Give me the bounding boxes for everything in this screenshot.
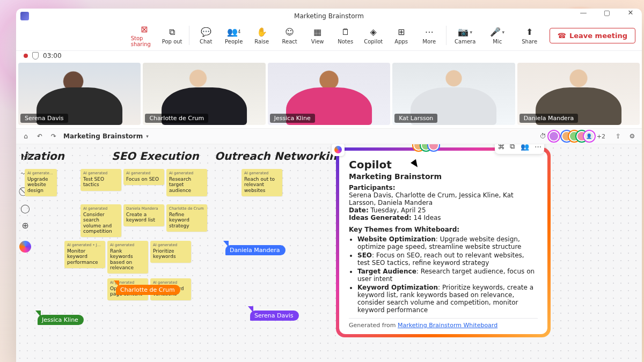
avatar[interactable] <box>548 131 559 142</box>
leave-meeting-button[interactable]: ☎ Leave meeting <box>550 28 635 43</box>
privacy-shield-icon <box>32 52 39 60</box>
user-cursor: Serena Davis <box>250 311 299 321</box>
sticky-note[interactable]: Charlotte de CrumRefine keyword strategy <box>166 204 207 232</box>
participant-name: Kat Larsson <box>394 114 437 123</box>
share-icon: ⬆ <box>524 27 535 38</box>
home-icon[interactable]: ⌂ <box>21 132 30 141</box>
window-title: Marketing Brainstorm <box>294 12 364 20</box>
overflow-count[interactable]: +2 <box>597 133 605 140</box>
chevron-down-icon: ▾ <box>502 29 504 35</box>
more-icon: ⋯ <box>424 27 435 38</box>
card-action-bar: ⌘ ⧉ 👥 ⋯ <box>495 144 544 154</box>
copilot-subheading: Marketing Brainstorm <box>349 172 538 181</box>
settings-icon[interactable]: ⚙ <box>628 132 636 141</box>
video-tile[interactable]: Serena Davis <box>18 63 141 125</box>
whiteboard-title[interactable]: Marketing Brainstorm ▾ <box>63 132 149 140</box>
user-cursor: Charlotte de Crum <box>116 285 180 295</box>
app-window: Marketing Brainstorm — ▢ ✕ ⊠ Stop sharin… <box>16 9 642 362</box>
sticky-note[interactable]: AI generated • Jessica KlineMonitor keyw… <box>64 241 105 268</box>
participant-name: Charlotte de Crum <box>145 114 208 123</box>
stop-sharing-button[interactable]: ⊠ Stop sharing <box>131 24 158 47</box>
meeting-toolbar: ⊠ Stop sharing ⧉ Pop out 💬 Chat 👥4 Peopl… <box>16 24 642 51</box>
close-button[interactable]: ✕ <box>623 9 639 17</box>
sticky-note[interactable]: AI generatedRank keywords based on relev… <box>107 241 148 274</box>
column-title: Outreach Networking <box>215 150 344 162</box>
chat-icon: 💬 <box>201 27 211 38</box>
presence-avatars: ⏱ 👤 +2 <box>539 131 605 142</box>
video-strip: Serena Davis Charlotte de Crum Jessica K… <box>16 63 642 128</box>
people-action-icon[interactable]: 👥 <box>521 144 529 151</box>
camera-button[interactable]: 📷▾ Camera <box>450 27 481 45</box>
video-tile[interactable]: Daniela Mandera <box>517 63 640 125</box>
raise-hand-icon: ✋ <box>257 27 267 38</box>
grid-action-icon[interactable]: ⌘ <box>497 144 504 151</box>
copilot-participants: Serena Davis, Charlotte de Crum, Jessica… <box>349 191 538 206</box>
notes-button[interactable]: 🗒 Notes <box>332 27 359 45</box>
camera-icon: 📷 <box>458 27 469 38</box>
sticky-note[interactable]: Daniela ManderaCreate a keyword list <box>123 204 164 226</box>
user-cursor: Daniela Mandera <box>225 245 286 255</box>
chat-button[interactable]: 💬 Chat <box>193 27 219 45</box>
sticky-note[interactable]: AI generatedReach out to relevant websit… <box>241 169 282 196</box>
pop-out-icon: ⧉ <box>167 27 178 38</box>
column-title: SEO Execution <box>112 150 199 162</box>
sticky-note[interactable]: AI generatedConsider search volume and c… <box>80 204 121 237</box>
chevron-down-icon: ▾ <box>470 29 472 35</box>
titlebar: Marketing Brainstorm — ▢ ✕ <box>16 9 642 24</box>
mic-icon: 🎤 <box>490 27 501 38</box>
comment-tool-icon[interactable]: ◯ <box>19 202 31 214</box>
themes-heading: Key Themes from Whiteboard: <box>349 226 538 233</box>
record-dot-icon <box>24 54 28 58</box>
undo-icon[interactable]: ↶ <box>35 132 44 141</box>
meeting-timer: 03:00 <box>43 52 62 60</box>
video-tile[interactable]: Jessica Kline <box>268 63 390 125</box>
notes-icon: 🗒 <box>340 27 351 38</box>
recording-row: 03:00 <box>16 51 642 63</box>
pop-out-button[interactable]: ⧉ Pop out <box>159 27 186 45</box>
whiteboard-header: ⌂ ↶ ↷ Marketing Brainstorm ▾ ⏱ 👤 +2 ⇪ ⚙ <box>16 128 642 144</box>
sticky-note[interactable]: AI generatedResearch target audience <box>166 169 207 196</box>
copilot-heading: Copilot <box>349 158 538 171</box>
people-icon: 👥4 <box>229 27 239 38</box>
whiteboard-canvas[interactable]: ⮰ 〰 ⃠ ◯ ⊕ Optimization SEO Execution Out… <box>16 144 642 362</box>
more-action-icon[interactable]: ⋯ <box>535 144 541 151</box>
add-tool-icon[interactable]: ⊕ <box>19 219 31 231</box>
view-button[interactable]: ▦ View <box>304 27 331 45</box>
raise-hand-button[interactable]: ✋ Raise <box>248 27 275 45</box>
more-button[interactable]: ⋯ More <box>416 27 443 45</box>
column-title: Optimization <box>21 150 64 162</box>
user-cursor: Jessica Kline <box>38 315 84 325</box>
sticky-note[interactable]: AI generatedPrioritize keywords <box>150 241 191 263</box>
participant-name: Jessica Kline <box>270 114 315 123</box>
share-out-icon[interactable]: ⇪ <box>614 132 623 141</box>
copilot-summary-card[interactable]: ⌘ ⧉ 👥 ⋯ Copilot Marketing Brainstorm Par… <box>336 147 551 337</box>
copilot-tool-icon[interactable] <box>19 241 31 253</box>
apps-button[interactable]: ⊞ Apps <box>388 27 415 45</box>
stop-sharing-icon: ⊠ <box>139 24 150 34</box>
video-tile[interactable]: Charlotte de Crum <box>143 63 265 125</box>
copilot-chip-icon <box>332 144 345 156</box>
hangup-icon: ☎ <box>558 32 566 40</box>
redo-icon[interactable]: ↷ <box>49 132 58 141</box>
timer-icon[interactable]: ⏱ <box>539 132 547 141</box>
react-icon: ☺ <box>284 27 295 38</box>
mic-button[interactable]: 🎤▾ Mic <box>482 27 513 45</box>
people-button[interactable]: 👥4 People <box>221 27 247 45</box>
copy-action-icon[interactable]: ⧉ <box>510 144 515 151</box>
participant-name: Serena Davis <box>20 114 68 123</box>
avatar <box>428 144 439 151</box>
sticky-note[interactable]: AI generatedTest SEO tactics <box>80 169 121 191</box>
react-button[interactable]: ☺ React <box>276 27 303 45</box>
video-tile[interactable]: Kat Larsson <box>392 63 515 125</box>
copilot-button[interactable]: ◈ Copilot <box>360 27 387 45</box>
sticky-note[interactable]: AI generatedFocus on SEO <box>123 169 164 185</box>
minimize-button[interactable]: — <box>575 9 591 17</box>
generated-from: Generated from Marketing Brainstorm Whit… <box>349 318 538 329</box>
sticky-note[interactable]: AI generated • Serena DavisUpgrade websi… <box>25 169 57 196</box>
apps-icon: ⊞ <box>396 27 407 38</box>
maximize-button[interactable]: ▢ <box>599 9 615 17</box>
avatar[interactable]: 👤 <box>584 131 595 142</box>
canvas-tool-rail: ⮰ 〰 ⃠ ◯ ⊕ <box>19 151 31 253</box>
generated-source-link[interactable]: Marketing Brainstorm Whiteboard <box>398 322 497 329</box>
share-button[interactable]: ⬆ Share <box>514 27 545 45</box>
